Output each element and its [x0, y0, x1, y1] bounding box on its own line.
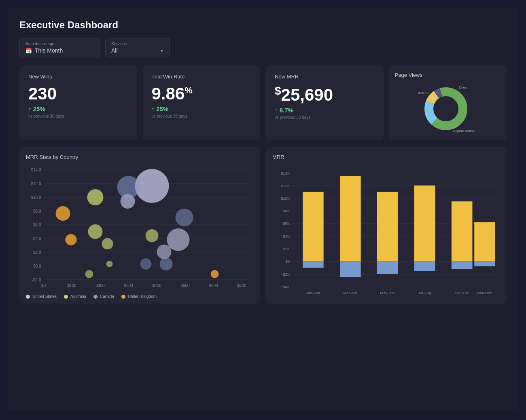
legend-dot-uk: [121, 295, 125, 299]
svg-text:$700: $700: [237, 283, 246, 288]
legend-us: United States: [26, 294, 57, 299]
svg-text:$12K: $12K: [281, 184, 290, 188]
bar-jul-aug-neg: [414, 261, 435, 270]
svg-text:$0.0: $0.0: [33, 264, 41, 268]
page-views-title: Page Views: [395, 72, 501, 78]
svg-text:$8.0: $8.0: [33, 209, 41, 213]
bar-may-jun-neg: [377, 261, 398, 274]
legend-dot-au: [64, 295, 68, 299]
bubble-ca-small: [160, 257, 173, 270]
bar-chart-card: MRR .bar-axis { font-size: 10px; fill: #…: [266, 147, 507, 304]
svg-text:$6K: $6K: [283, 222, 290, 226]
trial-win-rate-change: ↑ 25%: [152, 106, 252, 112]
metrics-row: New Wins 230 ↑ 25% vs previous 30 days T…: [19, 65, 507, 140]
svg-text:Nov-Dec: Nov-Dec: [477, 291, 492, 295]
svg-text:$100: $100: [67, 283, 76, 288]
new-mrr-title: New MRR: [275, 74, 375, 80]
svg-text:$4.0: $4.0: [33, 236, 41, 241]
bar-may-jun-pos: [377, 192, 398, 262]
svg-text:−$2K: −$2K: [281, 272, 290, 276]
bubble-au-large: [87, 189, 104, 205]
trial-win-rate-vs: vs previous 30 days: [152, 114, 252, 118]
bubble-legend: United States Australia Canada United Ki…: [26, 294, 254, 299]
bar-jan-feb-pos: [303, 192, 324, 262]
donut-label-referral: Referral: [418, 91, 430, 95]
bubble-au-small: [102, 238, 113, 249]
date-range-filter[interactable]: Auto date range 📅 This Month: [19, 38, 100, 57]
page-title: Executive Dashboard: [19, 19, 507, 31]
svg-point-4: [435, 97, 457, 120]
bottom-row: MRR Stats by Country .axis-label { font-…: [19, 147, 507, 304]
bubble-au-tiny: [85, 270, 93, 278]
svg-text:Jan-Feb: Jan-Feb: [306, 291, 320, 295]
svg-text:$10.0: $10.0: [31, 195, 41, 200]
donut-label-direct: Direct: [459, 86, 468, 89]
bar-mar-apr-pos: [340, 176, 361, 261]
svg-text:$600: $600: [209, 283, 218, 288]
svg-text:$2.0: $2.0: [33, 250, 41, 255]
bar-jul-aug-pos: [414, 186, 435, 262]
page-views-card: Page Views: [389, 65, 507, 140]
bar-chart-area: .bar-axis { font-size: 10px; fill: #888;…: [272, 165, 500, 294]
services-label: Services: [111, 42, 164, 46]
bar-sep-oct-neg: [452, 261, 473, 269]
new-mrr-value: $25,690: [275, 85, 375, 103]
trial-win-rate-card: Trial:Win Rate 9.86% ↑ 25% vs previous 3…: [143, 65, 261, 140]
bubble-chart-area: .axis-label { font-size: 10px; fill: #88…: [26, 165, 254, 290]
bubble-us-large: [135, 169, 169, 203]
chevron-down-icon: ▼: [160, 49, 164, 53]
svg-text:$4K: $4K: [283, 234, 290, 238]
filter-row: Auto date range 📅 This Month Services Al…: [19, 38, 507, 57]
new-mrr-card: New MRR $25,690 ↑ 8.7% vs previous 30 da…: [266, 65, 384, 140]
svg-text:$14.0: $14.0: [31, 168, 41, 172]
bar-chart-title: MRR: [272, 154, 500, 160]
svg-text:$300: $300: [124, 283, 133, 288]
svg-text:$0: $0: [41, 283, 46, 288]
donut-label-organic: Organic Search: [453, 129, 475, 133]
bar-nov-dec-neg: [474, 261, 495, 266]
bubble-uk-medium: [66, 234, 77, 245]
svg-text:Jul-Aug: Jul-Aug: [418, 291, 431, 295]
svg-text:−$4K: −$4K: [281, 285, 290, 289]
bubble-au-tiny2: [106, 261, 113, 267]
svg-text:$2K: $2K: [283, 247, 290, 251]
svg-text:$12.0: $12.0: [31, 182, 41, 186]
svg-text:$400: $400: [152, 283, 161, 288]
new-wins-change: ↑ 25%: [28, 106, 128, 112]
date-range-label: Auto date range: [25, 42, 94, 46]
svg-text:$200: $200: [95, 283, 105, 288]
dashboard-container: Executive Dashboard Auto date range 📅 Th…: [8, 8, 518, 410]
services-value: All: [111, 47, 118, 54]
svg-text:$6.0: $6.0: [33, 223, 41, 227]
bar-chart-svg: .bar-axis { font-size: 10px; fill: #888;…: [272, 165, 500, 302]
bubble-uk-small: [211, 270, 219, 278]
services-filter[interactable]: Services All ▼: [105, 38, 170, 57]
legend-dot-us: [26, 295, 30, 299]
bubble-ca-xsmall: [140, 258, 152, 270]
svg-text:$500: $500: [180, 283, 190, 288]
bubble-chart-card: MRR Stats by Country .axis-label { font-…: [19, 147, 260, 304]
new-wins-title: New Wins: [28, 74, 128, 80]
bar-mar-apr-neg: [340, 261, 361, 277]
legend-label-uk: United Kingdom: [128, 294, 157, 299]
legend-label-ca: Canada: [100, 294, 114, 299]
bubble-us-small: [167, 228, 190, 251]
bubble-au-xsmall: [146, 229, 159, 242]
bubble-au-medium: [88, 224, 103, 239]
svg-text:May-Jun: May-Jun: [380, 291, 394, 295]
svg-text:$8K: $8K: [283, 209, 290, 213]
legend-label-us: United States: [32, 294, 57, 299]
svg-text:$10K: $10K: [281, 196, 290, 201]
date-range-value: This Month: [35, 47, 63, 54]
bubble-us-xsmall: [157, 245, 172, 259]
trial-win-rate-title: Trial:Win Rate: [152, 74, 252, 80]
new-wins-vs: vs previous 30 days: [28, 114, 128, 118]
legend-ca: Canada: [93, 294, 114, 299]
svg-text:Mar-Apr: Mar-Apr: [343, 291, 357, 295]
bubble-chart-svg: .axis-label { font-size: 10px; fill: #88…: [26, 165, 254, 290]
bar-jan-feb-neg: [303, 261, 324, 268]
svg-text:$0: $0: [286, 260, 290, 264]
legend-uk: United Kingdom: [121, 294, 157, 299]
bubble-ca-large: [117, 176, 140, 198]
svg-text:$14K: $14K: [281, 171, 290, 175]
